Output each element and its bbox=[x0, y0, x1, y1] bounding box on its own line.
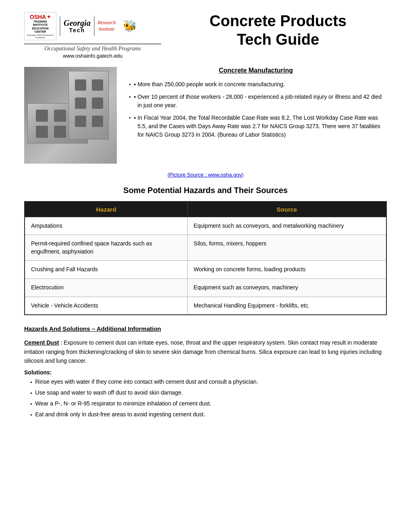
hazard-cell: Vehicle - Vehicle Accidents bbox=[25, 297, 187, 315]
bullet-item-2: ▪ Over 10 percent of those workers - 28,… bbox=[129, 93, 387, 110]
intro-text-area: Concrete Manufacturing ▪ More than 250,0… bbox=[125, 67, 387, 164]
bullet-item-3: ▪ In Fiscal Year 2004, the Total Recorda… bbox=[129, 114, 387, 139]
table-row: Vehicle - Vehicle AccidentsMechanical Ha… bbox=[25, 297, 386, 315]
col-source-header: Source bbox=[187, 202, 386, 217]
osha-title-text: OSHA ✦ bbox=[30, 14, 51, 20]
hazard-cell: Crushing and Fall Hazards bbox=[25, 261, 187, 279]
cement-dust-paragraph: Cement Dust : Exposure to cement dust ca… bbox=[24, 338, 387, 365]
source-cell: Silos, forms, mixers, hoppers bbox=[187, 235, 386, 261]
georgia-text: Georgia bbox=[64, 19, 91, 27]
solution-item: Eat and drink only in dust-free areas to… bbox=[30, 410, 387, 419]
solutions-title: Solutions: bbox=[24, 369, 387, 376]
georgia-tech-logo: Georgia Tech bbox=[64, 19, 91, 33]
logo-separator bbox=[60, 16, 60, 36]
source-cell: Equipment such as conveyors, machinery bbox=[187, 278, 386, 297]
cement-dust-label: Cement Dust bbox=[24, 339, 59, 346]
source-cell: Working on concrete forms, loading produ… bbox=[187, 261, 386, 279]
website-url: www.oshainfo.gatech.edu bbox=[24, 53, 161, 59]
picture-source: (Picture Source : www.osha.gov) bbox=[24, 172, 387, 178]
bullet-icon-1: ▪ bbox=[134, 80, 136, 89]
concrete-manufacturing-title: Concrete Manufacturing bbox=[125, 67, 387, 74]
header-divider bbox=[24, 44, 161, 44]
osha-logo: OSHA ✦ TRAINING INSTITUTE EDUCATION CENT… bbox=[24, 12, 56, 40]
source-cell: Equipment such as conveyors, and metalwo… bbox=[187, 217, 386, 235]
col-hazard-header: Hazard bbox=[25, 202, 187, 217]
research-institute-logo: Research Institute bbox=[98, 20, 116, 32]
tech-text: Tech bbox=[69, 27, 85, 33]
additional-info-title: Hazards And Solutions – Additional Infor… bbox=[24, 325, 387, 332]
bee-icon: 🐝 bbox=[123, 19, 137, 33]
header-left: OSHA ✦ TRAINING INSTITUTE EDUCATION CENT… bbox=[24, 12, 161, 59]
bullet-item-1: ▪ More than 250,000 people work in concr… bbox=[129, 80, 387, 89]
logo-separator-2 bbox=[94, 16, 95, 36]
page-header: OSHA ✦ TRAINING INSTITUTE EDUCATION CENT… bbox=[24, 12, 387, 59]
hazard-cell: Amputations bbox=[25, 217, 187, 235]
header-right: Concrete Products Tech Guide bbox=[161, 12, 387, 49]
osha-subtitle: TRAINING INSTITUTE EDUCATION CENTER bbox=[27, 20, 54, 34]
concrete-image bbox=[24, 67, 117, 164]
osha-programs-text: Occupational Safety and Health Programs bbox=[24, 46, 161, 52]
hazards-section-title: Some Potential Hazards and Their Sources bbox=[24, 186, 387, 195]
solutions-list: Rinse eyes with water if they come into … bbox=[24, 378, 387, 419]
table-header-row: Hazard Source bbox=[25, 202, 386, 217]
osha-bottom-text: Georgia Tech Research Institute bbox=[27, 34, 54, 39]
table-row: AmputationsEquipment such as conveyors, … bbox=[25, 217, 386, 235]
hazards-table-body: AmputationsEquipment such as conveyors, … bbox=[25, 217, 386, 315]
intro-content: Concrete Manufacturing ▪ More than 250,0… bbox=[24, 67, 387, 164]
manufacturing-bullet-list: ▪ More than 250,000 people work in concr… bbox=[125, 80, 387, 139]
table-row: ElectrocutionEquipment such as conveyors… bbox=[25, 278, 386, 297]
concrete-block-2 bbox=[68, 71, 109, 139]
hazard-cell: Electrocution bbox=[25, 278, 187, 297]
page-title: Concrete Products Tech Guide bbox=[169, 12, 387, 49]
solution-item: Rinse eyes with water if they come into … bbox=[30, 378, 387, 386]
bullet-icon-2: ▪ bbox=[134, 93, 136, 101]
osha-star-icon: ✦ bbox=[47, 14, 51, 20]
hazard-cell: Permit-required confined space hazards s… bbox=[25, 235, 187, 261]
hazards-table: Hazard Source AmputationsEquipment such … bbox=[24, 201, 387, 316]
source-cell: Mechanical Handling Equipment - forklift… bbox=[187, 297, 386, 315]
logos-row: OSHA ✦ TRAINING INSTITUTE EDUCATION CENT… bbox=[24, 12, 161, 40]
table-row: Crushing and Fall HazardsWorking on conc… bbox=[25, 261, 386, 279]
table-row: Permit-required confined space hazards s… bbox=[25, 235, 386, 261]
solution-item: Wear a P-, N- or R-95 respirator to mini… bbox=[30, 399, 387, 408]
bullet-icon-3: ▪ bbox=[134, 114, 136, 122]
solution-item: Use soap and water to wash off dust to a… bbox=[30, 389, 387, 397]
